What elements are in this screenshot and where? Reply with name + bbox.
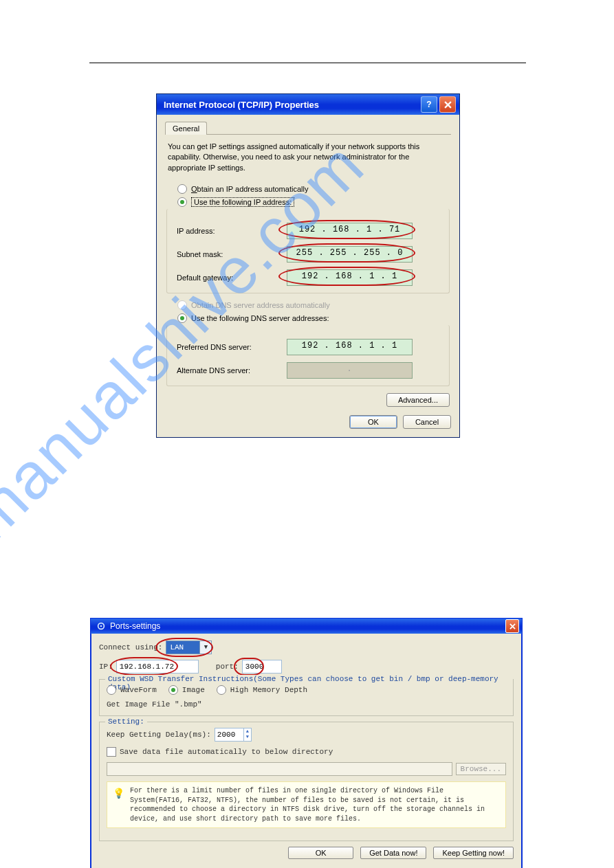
tcpip-title: Internet Protocol (TCP/IP) Properties: [164, 100, 319, 110]
tab-general[interactable]: General: [165, 122, 207, 135]
label-default-gateway: Default gateway:: [177, 274, 287, 282]
save-auto-checkbox[interactable]: [107, 747, 116, 757]
lightbulb-icon: 💡: [113, 788, 124, 823]
input-preferred-dns[interactable]: 192 . 168 . 1 . 1: [287, 339, 413, 355]
radio-waveform[interactable]: WaveForm: [107, 685, 157, 695]
port-input[interactable]: [242, 660, 282, 674]
ports-titlebar[interactable]: Ports-settings: [91, 619, 522, 634]
ok-button[interactable]: OK: [349, 415, 397, 429]
input-default-gateway[interactable]: 192 . 168 . 1 . 1: [287, 269, 413, 286]
tcpip-description: You can get IP settings assigned automat…: [168, 142, 448, 173]
label-alternate-dns: Alternate DNS server:: [177, 366, 287, 375]
setting-group: Setting: Keep Getting Delay(ms): ▲▼ Save…: [99, 722, 514, 841]
label-ip: IP:: [99, 663, 113, 671]
keep-delay-spinner[interactable]: ▲▼: [215, 728, 252, 742]
radio-use-ip[interactable]: Use the following IP address:: [177, 197, 451, 207]
input-ip-address[interactable]: 192 . 168 . 1 . 71: [287, 223, 413, 239]
get-data-button[interactable]: Get Data now!: [360, 847, 426, 859]
label-port: port:: [216, 663, 239, 671]
ports-title: Ports-settings: [110, 621, 160, 631]
keep-getting-button[interactable]: Keep Getting now!: [433, 847, 514, 859]
get-image-label: Get Image File ".bmp": [107, 700, 506, 709]
connect-using-dropdown[interactable]: LAN ▼: [166, 641, 212, 654]
cancel-button[interactable]: Cancel: [403, 415, 451, 429]
label-ip-address: IP address:: [177, 227, 287, 235]
ports-dialog: Ports-settings Connect using: LAN ▼ IP: …: [90, 618, 523, 868]
tcpip-titlebar[interactable]: Internet Protocol (TCP/IP) Properties ?: [157, 94, 459, 115]
ok-button-ports[interactable]: OK: [288, 847, 353, 859]
setting-legend: Setting:: [105, 717, 147, 726]
page-divider: [89, 63, 526, 63]
usb-legend: Custom WSD Transfer Instructions(Some Ty…: [105, 675, 513, 691]
radio-image[interactable]: Image: [168, 685, 205, 695]
label-keep-delay: Keep Getting Delay(ms):: [107, 731, 211, 739]
input-subnet-mask[interactable]: 255 . 255 . 255 . 0: [287, 246, 413, 263]
input-alternate-dns[interactable]: .: [287, 362, 413, 379]
radio-high-memory[interactable]: High Memory Depth: [217, 685, 307, 695]
svg-point-1: [100, 625, 102, 627]
gear-icon: [96, 621, 106, 631]
label-preferred-dns: Preferred DNS server:: [177, 343, 287, 351]
spin-down-icon[interactable]: ▼: [244, 734, 251, 739]
chevron-down-icon: ▼: [199, 641, 211, 654]
radio-obtain-ip[interactable]: Obtain an IP address automatically: [177, 184, 451, 194]
ports-close-button[interactable]: [505, 619, 519, 633]
spin-up-icon[interactable]: ▲: [244, 728, 251, 734]
tip-box: 💡 For there is a limit number of files i…: [107, 781, 506, 828]
tip-text: For there is a limit number of files in …: [130, 786, 500, 823]
usb-transfer-group: Custom WSD Transfer Instructions(Some Ty…: [99, 679, 514, 716]
help-button[interactable]: ?: [421, 96, 437, 113]
radio-use-dns[interactable]: Use the following DNS server addresses:: [177, 313, 451, 323]
label-save-auto: Save data file automatically to below di…: [120, 748, 333, 756]
directory-path-input[interactable]: [107, 762, 452, 776]
advanced-button[interactable]: Advanced...: [386, 393, 450, 407]
label-connect-using: Connect using:: [99, 643, 162, 652]
ip-input[interactable]: [116, 660, 199, 674]
keep-delay-input[interactable]: [215, 728, 243, 741]
radio-obtain-dns: Obtain DNS server address automatically: [177, 300, 451, 310]
tcpip-dialog: Internet Protocol (TCP/IP) Properties ? …: [156, 93, 460, 438]
browse-button[interactable]: Browse...: [456, 763, 506, 775]
label-subnet-mask: Subnet mask:: [177, 250, 287, 258]
close-button[interactable]: [439, 96, 456, 113]
